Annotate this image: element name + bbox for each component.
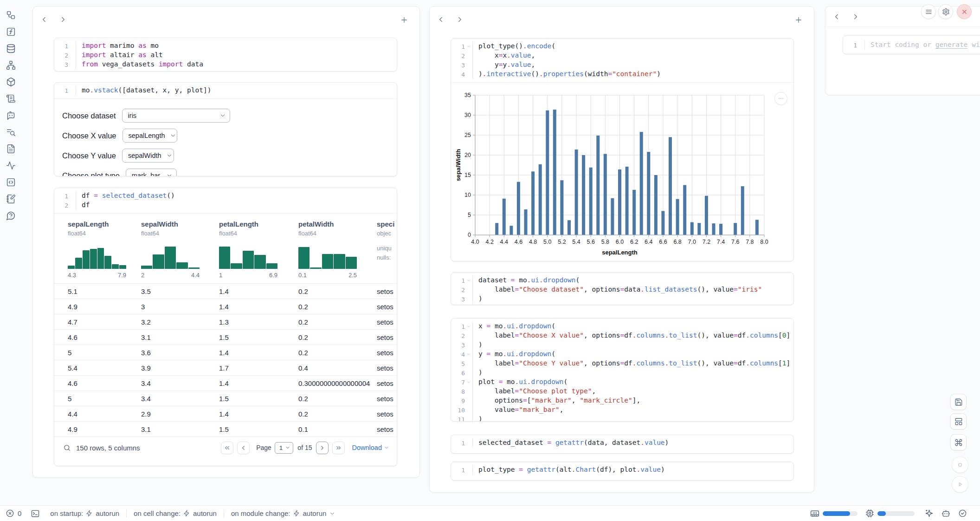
column-header-sepalLength[interactable]: sepalLength float64 4.37.9: [68, 220, 141, 279]
fold-icon[interactable]: [68, 191, 76, 201]
code-editor[interactable]: 1mo.vstack([dataset, x, y, plot]): [54, 83, 397, 98]
column-header-petalLength[interactable]: petalLength float64 16.9: [219, 220, 298, 279]
table-row[interactable]: 5.13.51.40.2setos: [54, 284, 397, 299]
download-button[interactable]: Download: [352, 444, 390, 451]
ai-sparkles-icon[interactable]: [925, 509, 934, 518]
command-palette-button[interactable]: [950, 434, 967, 450]
page-select[interactable]: 1: [275, 442, 294, 454]
fold-icon[interactable]: [465, 405, 472, 415]
fold-icon[interactable]: [465, 285, 472, 294]
fold-icon[interactable]: [465, 60, 472, 70]
errors-icon[interactable]: [6, 509, 14, 518]
fold-icon[interactable]: [465, 387, 472, 396]
code-editor[interactable]: 1df = selected_dataset()2df: [54, 188, 397, 213]
table-row[interactable]: 4.63.11.50.2setos: [54, 330, 397, 345]
assistant-bot-icon[interactable]: [941, 509, 950, 518]
terminal-icon[interactable]: [31, 509, 40, 518]
sidebar-item-file-explorer[interactable]: [6, 10, 16, 20]
fold-icon[interactable]: [465, 465, 472, 475]
add-cell-button[interactable]: [793, 14, 805, 26]
table-row[interactable]: 4.42.91.40.2setos: [54, 406, 397, 422]
sidebar-item-functions[interactable]: [6, 27, 16, 37]
table-row[interactable]: 4.63.41.40.30000000000000004setos: [54, 376, 397, 391]
connection-status-icon[interactable]: [958, 509, 967, 518]
cpu-icon[interactable]: [865, 509, 874, 518]
fold-icon[interactable]: [68, 51, 76, 60]
sidebar-item-ai-chat[interactable]: [6, 111, 16, 120]
next-page-button[interactable]: [316, 442, 329, 454]
code-editor[interactable]: 1x = mo.ui.dropdown(2 label="Choose X va…: [451, 319, 793, 422]
settings-button[interactable]: [938, 4, 953, 19]
fold-icon[interactable]: [68, 201, 76, 210]
chevron-right-icon[interactable]: [453, 13, 466, 26]
close-button[interactable]: [957, 4, 972, 19]
stop-button[interactable]: [952, 456, 968, 473]
runtime-config-2[interactable]: on cell change:autorun: [134, 509, 217, 517]
fold-icon[interactable]: [465, 51, 472, 60]
code-editor[interactable]: 1dataset = mo.ui.dropdown(2 label="Choos…: [451, 273, 793, 305]
search-icon[interactable]: [63, 444, 71, 452]
sidebar-item-find-replace[interactable]: [6, 127, 16, 137]
chart-menu-button[interactable]: [774, 92, 787, 105]
sidebar-item-help[interactable]: [6, 211, 16, 221]
chevron-left-icon[interactable]: [830, 11, 843, 23]
code-editor[interactable]: 1plot_type().encode(2 x=x.value,3 y=y.va…: [451, 39, 793, 82]
choose-dataset-select[interactable]: iris: [122, 109, 230, 123]
sidebar-item-documentation[interactable]: [6, 144, 16, 154]
sidebar-item-logs[interactable]: [6, 94, 16, 104]
fold-icon[interactable]: [465, 322, 472, 331]
first-page-button[interactable]: [221, 442, 233, 454]
fold-icon[interactable]: [465, 70, 472, 79]
table-row[interactable]: 5.43.91.70.4setos: [54, 360, 397, 376]
fold-icon[interactable]: [465, 396, 472, 405]
add-cell-button[interactable]: [398, 14, 410, 26]
fold-icon[interactable]: [465, 331, 472, 340]
fold-icon[interactable]: [465, 42, 472, 51]
runtime-config-1[interactable]: on startup:autorun: [50, 509, 119, 517]
code-editor[interactable]: 1 Start coding or generate with: [843, 36, 980, 54]
fold-icon[interactable]: [465, 415, 472, 422]
fold-icon[interactable]: [465, 294, 472, 304]
fold-icon[interactable]: [465, 438, 472, 448]
table-row[interactable]: 4.93.11.50.1setos: [54, 422, 397, 437]
choose-x-value-select[interactable]: sepalLength: [122, 129, 177, 143]
table-row[interactable]: 53.41.50.2setos: [54, 391, 397, 406]
run-button[interactable]: [952, 476, 968, 493]
table-row[interactable]: 4.73.21.30.2setos: [54, 314, 397, 330]
table-row[interactable]: 53.61.40.2setos: [54, 345, 397, 360]
last-page-button[interactable]: [332, 442, 345, 454]
altair-bar-chart[interactable]: 4.04.24.44.64.85.05.25.45.65.86.06.26.46…: [451, 83, 794, 259]
fold-icon[interactable]: [465, 359, 472, 368]
fold-icon[interactable]: [465, 378, 472, 387]
code-editor[interactable]: 1selected_dataset = getattr(data, datase…: [451, 435, 793, 451]
sidebar-item-dependency-graph[interactable]: [6, 60, 16, 70]
save-button[interactable]: [950, 394, 967, 410]
column-header-species[interactable]: speci objec uniqunulls:: [377, 220, 397, 279]
fold-icon[interactable]: [68, 86, 76, 95]
sidebar-item-scratchpad[interactable]: [6, 194, 16, 204]
fold-icon[interactable]: [68, 41, 76, 51]
fold-icon[interactable]: [465, 276, 472, 285]
sidebar-item-snippets[interactable]: [6, 177, 16, 187]
chevron-left-icon[interactable]: [38, 13, 51, 26]
chevron-right-icon[interactable]: [849, 11, 862, 23]
fold-icon[interactable]: [465, 340, 472, 350]
column-header-sepalWidth[interactable]: sepalWidth float64 24.4: [141, 220, 219, 279]
sidebar-item-tracing[interactable]: [6, 161, 16, 170]
chevron-right-icon[interactable]: [57, 13, 70, 26]
generate-link[interactable]: generate: [935, 41, 968, 48]
table-row[interactable]: 4.931.40.2setos: [54, 299, 397, 314]
runtime-config-3[interactable]: on module change:autorun: [231, 509, 335, 517]
fold-icon[interactable]: [465, 350, 472, 359]
code-editor[interactable]: 1import marimo as mo2import altair as al…: [54, 38, 397, 72]
prev-page-button[interactable]: [237, 442, 250, 454]
sidebar-item-packages[interactable]: [6, 77, 16, 87]
chevron-left-icon[interactable]: [434, 13, 447, 26]
memory-icon[interactable]: [810, 509, 819, 518]
code-editor[interactable]: 1plot_type = getattr(alt.Chart(df), plot…: [451, 462, 793, 478]
menu-button[interactable]: [921, 4, 936, 19]
column-header-petalWidth[interactable]: petalWidth float64 0.12.5: [298, 220, 377, 279]
layout-button[interactable]: [950, 413, 967, 430]
fold-icon[interactable]: [465, 368, 472, 378]
fold-icon[interactable]: [68, 60, 76, 69]
